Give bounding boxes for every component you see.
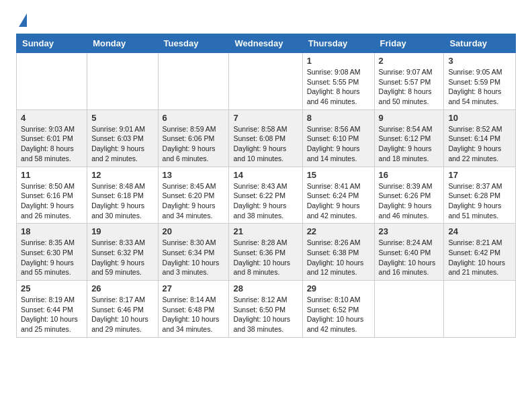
calendar-cell: 12Sunrise: 8:48 AM Sunset: 6:18 PM Dayli… xyxy=(87,167,158,224)
day-info: Sunrise: 8:56 AM Sunset: 6:10 PM Dayligh… xyxy=(307,124,370,164)
day-info: Sunrise: 8:14 AM Sunset: 6:48 PM Dayligh… xyxy=(163,295,225,334)
day-number: 12 xyxy=(91,170,153,180)
calendar-week-row: 18Sunrise: 8:35 AM Sunset: 6:30 PM Dayli… xyxy=(17,224,516,281)
day-number: 25 xyxy=(21,283,83,293)
day-number: 17 xyxy=(448,170,511,180)
day-info: Sunrise: 8:52 AM Sunset: 6:14 PM Dayligh… xyxy=(448,124,511,164)
calendar-cell: 23Sunrise: 8:24 AM Sunset: 6:40 PM Dayli… xyxy=(374,224,444,281)
calendar-cell: 5Sunrise: 9:01 AM Sunset: 6:03 PM Daylig… xyxy=(87,109,158,167)
calendar-cell: 6Sunrise: 8:59 AM Sunset: 6:06 PM Daylig… xyxy=(158,109,229,167)
calendar-week-row: 4Sunrise: 9:03 AM Sunset: 6:01 PM Daylig… xyxy=(17,109,516,167)
day-info: Sunrise: 8:33 AM Sunset: 6:32 PM Dayligh… xyxy=(91,238,153,277)
calendar-cell: 19Sunrise: 8:33 AM Sunset: 6:32 PM Dayli… xyxy=(87,224,158,281)
calendar-cell: 4Sunrise: 9:03 AM Sunset: 6:01 PM Daylig… xyxy=(17,109,87,167)
day-info: Sunrise: 8:10 AM Sunset: 6:52 PM Dayligh… xyxy=(307,295,370,334)
day-number: 1 xyxy=(307,56,370,66)
column-header-friday: Friday xyxy=(374,34,444,53)
day-info: Sunrise: 8:30 AM Sunset: 6:34 PM Dayligh… xyxy=(163,238,225,277)
calendar-cell: 16Sunrise: 8:39 AM Sunset: 6:26 PM Dayli… xyxy=(374,167,444,224)
column-header-wednesday: Wednesday xyxy=(229,34,302,53)
day-number: 23 xyxy=(379,226,440,236)
logo-triangle-icon xyxy=(19,13,27,27)
day-number: 26 xyxy=(91,283,153,293)
calendar-wrapper: SundayMondayTuesdayWednesdayThursdayFrid… xyxy=(0,34,532,346)
day-number: 8 xyxy=(307,113,370,123)
column-header-thursday: Thursday xyxy=(302,34,374,53)
calendar-cell: 27Sunrise: 8:14 AM Sunset: 6:48 PM Dayli… xyxy=(158,281,229,338)
day-number: 22 xyxy=(307,226,370,236)
day-number: 3 xyxy=(448,56,511,66)
day-info: Sunrise: 8:17 AM Sunset: 6:46 PM Dayligh… xyxy=(91,295,153,334)
calendar-cell: 2Sunrise: 9:07 AM Sunset: 5:57 PM Daylig… xyxy=(374,53,444,110)
calendar-week-row: 25Sunrise: 8:19 AM Sunset: 6:44 PM Dayli… xyxy=(17,281,516,338)
day-info: Sunrise: 9:08 AM Sunset: 5:55 PM Dayligh… xyxy=(307,67,370,107)
day-number: 16 xyxy=(379,170,440,180)
calendar-cell: 10Sunrise: 8:52 AM Sunset: 6:14 PM Dayli… xyxy=(444,109,516,167)
day-info: Sunrise: 8:41 AM Sunset: 6:24 PM Dayligh… xyxy=(307,181,370,221)
page-container: SundayMondayTuesdayWednesdayThursdayFrid… xyxy=(0,0,532,346)
calendar-week-row: 1Sunrise: 9:08 AM Sunset: 5:55 PM Daylig… xyxy=(17,53,516,110)
calendar-week-row: 11Sunrise: 8:50 AM Sunset: 6:16 PM Dayli… xyxy=(17,167,516,224)
day-number: 2 xyxy=(379,56,440,66)
day-number: 6 xyxy=(163,113,225,123)
calendar-cell xyxy=(229,53,302,110)
calendar-table: SundayMondayTuesdayWednesdayThursdayFrid… xyxy=(16,34,516,338)
header xyxy=(0,0,532,34)
day-info: Sunrise: 8:43 AM Sunset: 6:22 PM Dayligh… xyxy=(233,181,298,221)
calendar-cell: 26Sunrise: 8:17 AM Sunset: 6:46 PM Dayli… xyxy=(87,281,158,338)
day-info: Sunrise: 8:58 AM Sunset: 6:08 PM Dayligh… xyxy=(233,124,298,164)
calendar-cell xyxy=(444,281,516,338)
calendar-header-row: SundayMondayTuesdayWednesdayThursdayFrid… xyxy=(17,34,516,53)
calendar-cell: 14Sunrise: 8:43 AM Sunset: 6:22 PM Dayli… xyxy=(229,167,302,224)
day-number: 15 xyxy=(307,170,370,180)
calendar-cell: 25Sunrise: 8:19 AM Sunset: 6:44 PM Dayli… xyxy=(17,281,87,338)
day-info: Sunrise: 9:03 AM Sunset: 6:01 PM Dayligh… xyxy=(21,124,83,164)
day-info: Sunrise: 8:28 AM Sunset: 6:36 PM Dayligh… xyxy=(233,238,298,277)
day-info: Sunrise: 8:59 AM Sunset: 6:06 PM Dayligh… xyxy=(163,124,225,164)
calendar-cell: 29Sunrise: 8:10 AM Sunset: 6:52 PM Dayli… xyxy=(302,281,374,338)
day-info: Sunrise: 9:01 AM Sunset: 6:03 PM Dayligh… xyxy=(91,124,153,164)
day-info: Sunrise: 8:19 AM Sunset: 6:44 PM Dayligh… xyxy=(21,295,83,334)
calendar-cell: 7Sunrise: 8:58 AM Sunset: 6:08 PM Daylig… xyxy=(229,109,302,167)
day-number: 20 xyxy=(163,226,225,236)
calendar-cell: 22Sunrise: 8:26 AM Sunset: 6:38 PM Dayli… xyxy=(302,224,374,281)
day-number: 21 xyxy=(233,226,298,236)
calendar-cell xyxy=(17,53,87,110)
day-number: 18 xyxy=(21,226,83,236)
day-info: Sunrise: 8:12 AM Sunset: 6:50 PM Dayligh… xyxy=(233,295,298,334)
calendar-cell: 18Sunrise: 8:35 AM Sunset: 6:30 PM Dayli… xyxy=(17,224,87,281)
calendar-cell: 20Sunrise: 8:30 AM Sunset: 6:34 PM Dayli… xyxy=(158,224,229,281)
calendar-cell: 9Sunrise: 8:54 AM Sunset: 6:12 PM Daylig… xyxy=(374,109,444,167)
logo xyxy=(16,12,27,27)
day-info: Sunrise: 8:35 AM Sunset: 6:30 PM Dayligh… xyxy=(21,238,83,277)
day-number: 11 xyxy=(21,170,83,180)
calendar-cell: 15Sunrise: 8:41 AM Sunset: 6:24 PM Dayli… xyxy=(302,167,374,224)
calendar-cell xyxy=(158,53,229,110)
day-info: Sunrise: 8:24 AM Sunset: 6:40 PM Dayligh… xyxy=(379,238,440,277)
day-number: 28 xyxy=(233,283,298,293)
day-info: Sunrise: 8:50 AM Sunset: 6:16 PM Dayligh… xyxy=(21,181,83,221)
day-number: 5 xyxy=(91,113,153,123)
calendar-cell: 28Sunrise: 8:12 AM Sunset: 6:50 PM Dayli… xyxy=(229,281,302,338)
day-number: 10 xyxy=(448,113,511,123)
day-info: Sunrise: 9:05 AM Sunset: 5:59 PM Dayligh… xyxy=(448,67,511,107)
day-info: Sunrise: 9:07 AM Sunset: 5:57 PM Dayligh… xyxy=(379,67,440,107)
day-number: 29 xyxy=(307,283,370,293)
day-number: 13 xyxy=(163,170,225,180)
calendar-cell: 11Sunrise: 8:50 AM Sunset: 6:16 PM Dayli… xyxy=(17,167,87,224)
calendar-cell: 13Sunrise: 8:45 AM Sunset: 6:20 PM Dayli… xyxy=(158,167,229,224)
day-number: 4 xyxy=(21,113,83,123)
calendar-cell: 24Sunrise: 8:21 AM Sunset: 6:42 PM Dayli… xyxy=(444,224,516,281)
day-number: 7 xyxy=(233,113,298,123)
calendar-cell xyxy=(374,281,444,338)
calendar-cell: 3Sunrise: 9:05 AM Sunset: 5:59 PM Daylig… xyxy=(444,53,516,110)
day-info: Sunrise: 8:54 AM Sunset: 6:12 PM Dayligh… xyxy=(379,124,440,164)
calendar-cell: 21Sunrise: 8:28 AM Sunset: 6:36 PM Dayli… xyxy=(229,224,302,281)
calendar-cell: 1Sunrise: 9:08 AM Sunset: 5:55 PM Daylig… xyxy=(302,53,374,110)
day-number: 27 xyxy=(163,283,225,293)
day-number: 24 xyxy=(448,226,511,236)
day-info: Sunrise: 8:48 AM Sunset: 6:18 PM Dayligh… xyxy=(91,181,153,221)
day-number: 9 xyxy=(379,113,440,123)
column-header-monday: Monday xyxy=(87,34,158,53)
day-info: Sunrise: 8:45 AM Sunset: 6:20 PM Dayligh… xyxy=(163,181,225,221)
